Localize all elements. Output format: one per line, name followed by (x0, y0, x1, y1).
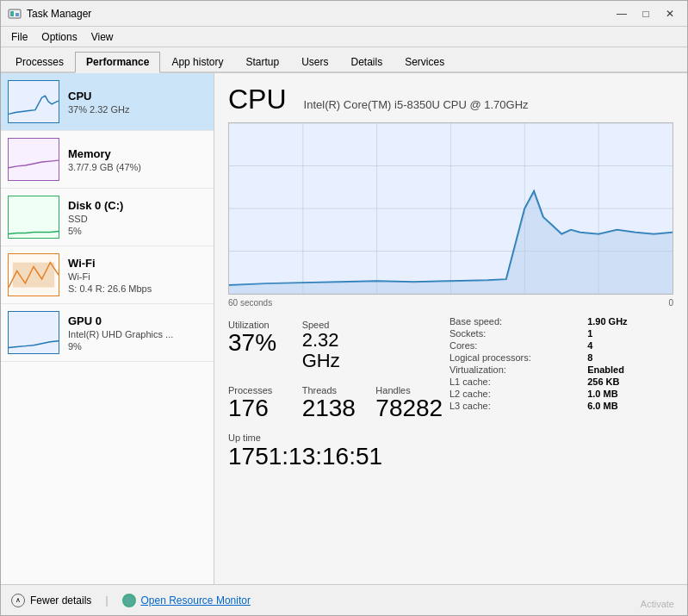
svg-rect-2 (15, 13, 19, 16)
tab-bar: Processes Performance App history Startu… (1, 47, 687, 73)
wifi-label: Wi-Fi (68, 257, 152, 270)
disk-detail2: 5% (68, 226, 123, 236)
utilization-block: Utilization 37% (228, 316, 302, 375)
title-bar-left: Task Manager (8, 7, 91, 21)
cpu-thumbnail (8, 80, 59, 123)
cores-value: 4 (587, 340, 673, 351)
main-content: CPU 37% 2.32 GHz Memory 3.7/7.9 GB (47%) (1, 73, 687, 584)
memory-label: Memory (68, 147, 141, 160)
l2-label: L2 cache: (449, 389, 577, 399)
menu-bar: File Options View (1, 27, 687, 47)
details-section: Base speed: 1.90 GHz Sockets: 1 Cores: 4… (449, 316, 673, 481)
base-speed-value: 1.90 GHz (587, 316, 673, 327)
l3-value: 6.0 MB (587, 401, 673, 411)
details-grid: Base speed: 1.90 GHz Sockets: 1 Cores: 4… (449, 316, 673, 411)
cores-label: Cores: (449, 340, 577, 351)
wifi-info: Wi-Fi Wi-Fi S: 0.4 R: 26.6 Mbps (68, 257, 152, 294)
window-controls: — □ ✕ (611, 6, 680, 22)
gpu-label: GPU 0 (68, 314, 173, 327)
l3-label: L3 cache: (449, 401, 577, 411)
l1-label: L1 cache: (449, 376, 577, 387)
menu-file[interactable]: File (4, 29, 34, 45)
gpu-info: GPU 0 Intel(R) UHD Graphics ... 9% (68, 314, 173, 352)
tab-performance[interactable]: Performance (75, 52, 160, 73)
tab-services[interactable]: Services (394, 52, 456, 72)
menu-options[interactable]: Options (34, 29, 84, 45)
uptime-value: 1751:13:16:51 (228, 443, 449, 470)
gpu-detail1: Intel(R) UHD Graphics ... (68, 329, 173, 339)
gpu-thumbnail (8, 311, 59, 354)
cpu-panel: CPU Intel(R) Core(TM) i5-8350U CPU @ 1.7… (214, 73, 687, 584)
maximize-button[interactable]: □ (635, 6, 656, 22)
close-button[interactable]: ✕ (660, 6, 680, 22)
disk-info: Disk 0 (C:) SSD 5% (68, 199, 123, 236)
processes-value: 176 (228, 395, 302, 422)
sockets-value: 1 (587, 328, 673, 339)
gpu-detail2: 9% (68, 341, 173, 352)
memory-thumbnail (8, 138, 59, 181)
bottom-bar: ∧ Fewer details | Open Resource Monitor … (1, 584, 687, 615)
memory-detail: 3.7/7.9 GB (47%) (68, 162, 141, 172)
l1-value: 256 KB (587, 376, 673, 387)
wifi-thumbnail (8, 253, 59, 296)
disk-detail1: SSD (68, 214, 123, 224)
sidebar-item-memory[interactable]: Memory 3.7/7.9 GB (47%) (1, 131, 214, 189)
separator: | (105, 594, 108, 607)
disk-thumbnail (8, 196, 59, 239)
svg-rect-3 (9, 81, 59, 122)
panel-title: CPU (228, 84, 287, 115)
fewer-details-button[interactable]: ∧ Fewer details (11, 594, 91, 607)
wifi-detail1: Wi-Fi (68, 271, 152, 282)
chevron-up-icon: ∧ (11, 594, 25, 607)
logical-label: Logical processors: (449, 352, 577, 363)
sockets-label: Sockets: (449, 328, 577, 339)
handles-value: 78282 (375, 395, 449, 422)
cpu-chart (228, 122, 673, 295)
minimize-button[interactable]: — (611, 6, 632, 22)
tab-startup[interactable]: Startup (234, 52, 290, 72)
open-monitor-label: Open Resource Monitor (141, 594, 251, 607)
sidebar-item-disk[interactable]: Disk 0 (C:) SSD 5% (1, 189, 214, 246)
tab-details[interactable]: Details (339, 52, 394, 72)
resource-monitor-icon (122, 594, 136, 607)
threads-value: 2138 (302, 395, 376, 422)
processes-block: Processes 176 (228, 382, 302, 426)
virtualization-label: Virtualization: (449, 364, 577, 375)
l2-value: 1.0 MB (587, 389, 673, 399)
activate-watermark: Activate (641, 599, 674, 609)
tab-users[interactable]: Users (290, 52, 339, 72)
sidebar-item-cpu[interactable]: CPU 37% 2.32 GHz (1, 73, 214, 131)
sidebar-item-wifi[interactable]: Wi-Fi Wi-Fi S: 0.4 R: 26.6 Mbps (1, 246, 214, 304)
cpu-detail: 37% 2.32 GHz (68, 104, 130, 115)
tab-processes[interactable]: Processes (4, 52, 75, 72)
chart-x-left: 60 seconds (228, 298, 272, 308)
cpu-info: CPU 37% 2.32 GHz (68, 90, 130, 115)
chart-x-right: 0 (668, 298, 673, 308)
app-icon (8, 7, 22, 21)
tab-app-history[interactable]: App history (160, 52, 234, 72)
menu-view[interactable]: View (84, 29, 121, 45)
sidebar-item-gpu[interactable]: GPU 0 Intel(R) UHD Graphics ... 9% (1, 304, 214, 362)
stats-details-container: Utilization 37% Speed 2.32 GHz Processes (228, 316, 673, 481)
stats-section: Utilization 37% Speed 2.32 GHz Processes (228, 316, 449, 481)
speed-block: Speed 2.32 GHz (302, 316, 376, 375)
svg-rect-1 (10, 11, 14, 16)
uptime-label: Up time (228, 432, 449, 443)
stats-row2: Processes 176 Threads 2138 Handles 78282 (228, 382, 449, 426)
task-manager-window: Task Manager — □ ✕ File Options View Pro… (0, 0, 688, 616)
window-title: Task Manager (27, 8, 91, 20)
title-bar: Task Manager — □ ✕ (1, 1, 687, 27)
chart-container: % Utilization 100% (228, 122, 673, 316)
memory-info: Memory 3.7/7.9 GB (47%) (68, 147, 141, 172)
disk-label: Disk 0 (C:) (68, 199, 123, 212)
logical-value: 8 (587, 352, 673, 363)
sidebar: CPU 37% 2.32 GHz Memory 3.7/7.9 GB (47%) (1, 73, 214, 584)
virtualization-value: Enabled (587, 364, 673, 375)
panel-header: CPU Intel(R) Core(TM) i5-8350U CPU @ 1.7… (228, 84, 673, 115)
uptime-block: Up time 1751:13:16:51 (228, 432, 449, 470)
chart-x-labels: 60 seconds 0 (228, 298, 673, 308)
open-resource-monitor-button[interactable]: Open Resource Monitor (122, 594, 251, 607)
svg-rect-4 (9, 139, 59, 180)
stats-row1: Utilization 37% Speed 2.32 GHz (228, 316, 449, 375)
handles-block: Handles 78282 (375, 382, 449, 426)
